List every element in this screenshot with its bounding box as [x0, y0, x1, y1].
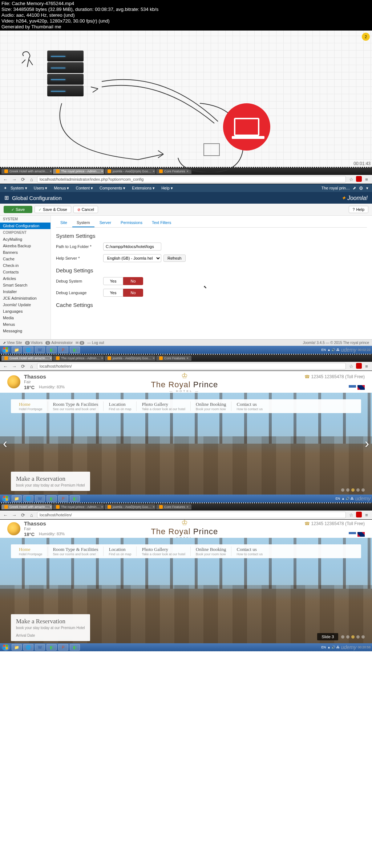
forward-button[interactable]: → — [11, 176, 17, 183]
browser-tab[interactable]: Core Features× — [156, 356, 191, 361]
menu-icon[interactable]: ≡ — [363, 176, 370, 183]
browser-tab[interactable]: Greek Hotel with amazin…× — [1, 504, 52, 509]
browser-tab[interactable]: joomla - Αναζήτηση Goo…× — [105, 504, 155, 509]
nav-home[interactable]: HomeHotel Frontpage — [14, 401, 48, 411]
toggle-no[interactable]: No — [123, 289, 143, 297]
gear-icon[interactable]: ⚙ — [359, 185, 363, 191]
nav-location[interactable]: LocationFind us on map — [104, 401, 137, 411]
slider-next-button[interactable]: › — [365, 436, 369, 451]
browser-tab[interactable]: Greek Hotel with amazin…× — [1, 356, 52, 361]
flag-english[interactable] — [357, 532, 365, 537]
sidebar-item[interactable]: Contacts — [0, 269, 50, 275]
sidebar-item[interactable]: Media — [0, 315, 50, 321]
sidebar-item[interactable]: Joomla! Update — [0, 301, 50, 308]
nav-booking[interactable]: Online BookingBook your room now — [191, 401, 231, 411]
sidebar-item[interactable]: Banners — [0, 249, 50, 256]
back-button[interactable]: ← — [2, 512, 9, 518]
taskbar-app-icon[interactable]: ◧ — [70, 644, 80, 651]
menu-icon[interactable]: ≡ — [363, 363, 370, 369]
hotel-logo[interactable]: ♔ The Royal Prince — HOTEL — — [65, 518, 304, 540]
menu-menus[interactable]: Menus ▾ — [51, 186, 72, 191]
sidebar-item-global-config[interactable]: Global Configuration — [0, 223, 50, 229]
nav-location[interactable]: LocationFind us on map — [104, 547, 137, 556]
sidebar-item[interactable]: Cache — [0, 256, 50, 262]
taskbar-ppt-icon[interactable]: P — [58, 495, 68, 502]
browser-tab[interactable]: The royal prince - Admin…× — [53, 356, 104, 361]
bookmark-icon[interactable]: ☆ — [348, 363, 355, 369]
extension-icon[interactable] — [356, 512, 362, 517]
site-name-label[interactable]: The royal prin… — [322, 186, 350, 190]
slide-dot[interactable] — [351, 488, 355, 492]
back-button[interactable]: ← — [2, 363, 9, 369]
chevron-down-icon[interactable]: ▾ — [366, 186, 368, 191]
taskbar-word-icon[interactable]: W — [35, 644, 45, 651]
sidebar-item[interactable]: Check-in — [0, 262, 50, 269]
messages-count[interactable]: ✉ 0 — [76, 341, 84, 345]
start-button[interactable] — [1, 495, 10, 502]
hotel-logo[interactable]: ♔ The Royal Prince — HOTEL — — [65, 371, 304, 393]
flag-english[interactable] — [357, 385, 365, 390]
help-button[interactable]: ?Help — [349, 206, 368, 213]
menu-content[interactable]: Content ▾ — [73, 186, 96, 191]
sidebar-item[interactable]: Akeeba Backup — [0, 243, 50, 249]
tab-server[interactable]: Server — [95, 219, 116, 227]
view-site-link[interactable]: ⬈ View Site — [3, 341, 22, 345]
taskbar-word-icon[interactable]: W — [35, 347, 45, 353]
slide-dot[interactable] — [341, 635, 344, 639]
back-button[interactable]: ← — [2, 176, 9, 183]
nav-rooms[interactable]: Room Type & FacilitiesSee our rooms and … — [48, 401, 104, 411]
url-input[interactable]: localhost/hotel/administrator/index.php?… — [37, 176, 346, 183]
home-button[interactable]: ⌂ — [28, 363, 35, 369]
tab-system[interactable]: System — [72, 219, 94, 227]
extension-icon[interactable] — [356, 176, 362, 182]
lang-indicator[interactable]: EN — [336, 497, 340, 500]
flag-greek[interactable] — [349, 385, 356, 390]
sidebar-item[interactable]: Installer — [0, 288, 50, 295]
home-button[interactable]: ⌂ — [28, 512, 35, 518]
sidebar-item[interactable]: Articles — [0, 275, 50, 282]
slide-dot[interactable] — [346, 488, 349, 492]
tab-permissions[interactable]: Permissions — [116, 219, 147, 227]
taskbar-app-icon[interactable]: ◧ — [70, 347, 80, 353]
nav-gallery[interactable]: Photo GalleryTake a closer look at our h… — [137, 547, 191, 556]
reload-button[interactable]: ⟳ — [20, 176, 26, 183]
lang-indicator[interactable]: EN — [321, 645, 326, 649]
home-button[interactable]: ⌂ — [28, 176, 35, 183]
taskbar-app-icon[interactable]: ◧ — [70, 495, 80, 502]
taskbar-chrome-icon[interactable]: 🌐 — [23, 495, 33, 502]
tab-site[interactable]: Site — [56, 219, 72, 227]
bookmark-icon[interactable]: ☆ — [348, 512, 355, 518]
toggle-no[interactable]: No — [123, 277, 143, 285]
taskbar-ppt-icon[interactable]: P — [58, 347, 68, 353]
refresh-button[interactable]: Refresh — [163, 255, 186, 262]
taskbar-chrome-icon[interactable]: 🌐 — [23, 347, 33, 353]
cancel-button[interactable]: ⊘Cancel — [73, 206, 98, 213]
taskbar-explorer-icon[interactable]: 📁 — [12, 347, 22, 353]
sidebar-item[interactable]: JCE Administration — [0, 295, 50, 301]
start-button[interactable] — [1, 346, 10, 353]
logout-link[interactable]: — Log out — [87, 341, 104, 345]
browser-tab[interactable]: Core Features× — [156, 504, 191, 509]
tab-text-filters[interactable]: Text Filters — [147, 219, 175, 227]
menu-system[interactable]: System ▾ — [8, 186, 30, 191]
forward-button[interactable]: → — [11, 363, 17, 369]
menu-users[interactable]: Users ▾ — [31, 186, 50, 191]
bookmark-icon[interactable]: ☆ — [348, 176, 355, 183]
taskbar-chrome-icon[interactable]: 🌐 — [23, 644, 33, 651]
flag-greek[interactable] — [349, 532, 356, 537]
slide-dot[interactable] — [341, 488, 344, 492]
external-icon[interactable]: ⬈ — [353, 186, 356, 191]
sidebar-item[interactable]: Messaging — [0, 328, 50, 334]
start-button[interactable] — [1, 644, 10, 651]
lang-indicator[interactable]: EN — [321, 348, 326, 352]
taskbar-app-icon[interactable]: ◧ — [46, 495, 57, 502]
save-button[interactable]: ✓Save — [4, 206, 32, 213]
slide-dot[interactable] — [356, 635, 360, 639]
slide-dot[interactable] — [356, 488, 360, 492]
taskbar-app-icon[interactable]: ◧ — [46, 347, 57, 353]
tray-icons[interactable]: ▲ 🔊 🖧 — [327, 348, 340, 352]
nav-contact[interactable]: Contact usHow to contact us — [231, 401, 268, 411]
tray-icons[interactable]: ▲ 🔊 🖧 — [327, 645, 340, 649]
menu-help[interactable]: Help ▾ — [158, 186, 176, 191]
sidebar-item[interactable]: Languages — [0, 308, 50, 315]
